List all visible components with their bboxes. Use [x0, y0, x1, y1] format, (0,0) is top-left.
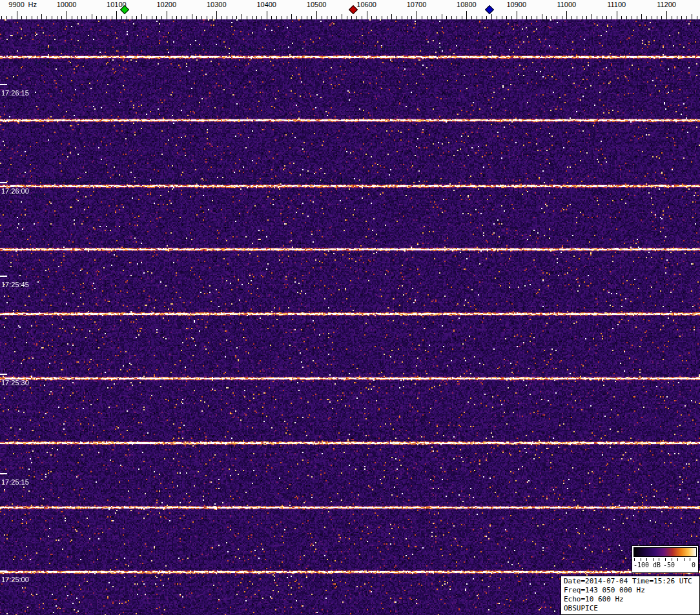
- ruler-tick-mid: [242, 14, 242, 19]
- ruler-tick-mid: [491, 14, 492, 19]
- ruler-tick-mid: [641, 14, 642, 19]
- ruler-tick-major: [666, 11, 667, 19]
- ruler-freq-label: 10800: [457, 1, 477, 8]
- ruler-freq-label: 10300: [207, 1, 227, 8]
- ruler-tick-major: [116, 11, 117, 19]
- ruler-tick-mid: [141, 14, 142, 19]
- ruler-tick-major: [216, 11, 217, 19]
- colorbar-gradient: [633, 547, 697, 557]
- colorbar-mid-label: -50: [663, 561, 675, 569]
- colorbar-ticks: [634, 558, 696, 561]
- ruler-tick-mid: [291, 14, 292, 19]
- ruler-tick-mid: [92, 14, 92, 19]
- ruler-tick-major: [466, 11, 467, 19]
- ruler-tick-major: [17, 11, 17, 19]
- ruler-tick-mid: [692, 14, 692, 19]
- ruler-tick-mid: [192, 14, 192, 19]
- ruler-tick-major: [617, 11, 617, 19]
- waterfall-canvas[interactable]: [0, 19, 700, 615]
- info-station-line: OBSUPICE: [564, 604, 697, 613]
- colorbar-max-label: 0: [692, 561, 695, 569]
- freq-marker-blue[interactable]: [485, 5, 494, 14]
- ruler-tick-major: [417, 11, 417, 19]
- ruler-tick-mid: [342, 14, 342, 19]
- colorbar-legend: -100 dB -50 0: [632, 545, 699, 573]
- ruler-tick-major: [267, 11, 267, 19]
- ruler-freq-label: 11200: [657, 1, 676, 8]
- ruler-freq-label: 10900: [507, 1, 527, 8]
- ruler-tick-major: [517, 11, 517, 19]
- ruler-freq-label: 10700: [407, 1, 427, 8]
- ruler-freq-label: 9900: [8, 1, 24, 8]
- ruler-freq-label: 10400: [256, 1, 276, 8]
- ruler-tick-major: [167, 11, 167, 19]
- ruler-tick-major: [367, 11, 367, 19]
- info-echo-line: Echo=10 600 Hz: [564, 595, 697, 604]
- ruler-freq-label: 10200: [157, 1, 177, 8]
- ruler-tick-major: [566, 11, 567, 19]
- ruler-tick-mid: [442, 14, 442, 19]
- info-date-line: Date=2014-07-04 Time=15:26 UTC: [564, 577, 697, 586]
- ruler-tick-mid: [542, 14, 542, 19]
- ruler-tick-mid: [592, 14, 592, 19]
- info-box: Date=2014-07-04 Time=15:26 UTC Freq=143 …: [561, 576, 700, 615]
- colorbar-labels: -100 dB -50 0: [632, 561, 698, 570]
- colorbar-min-label: -100 dB: [633, 561, 661, 569]
- ruler-freq-label: 10000: [57, 1, 77, 8]
- ruler-freq-label: 11000: [557, 1, 576, 8]
- ruler-tick-major: [67, 11, 67, 19]
- ruler-freq-label: 11100: [607, 1, 626, 8]
- ruler-tick-major: [316, 11, 317, 19]
- ruler-tick-mid: [41, 14, 42, 19]
- frequency-ruler[interactable]: 9900100001010010200103001040010500106001…: [0, 0, 700, 19]
- ruler-tick-mid: [391, 14, 392, 19]
- ruler-freq-label: 10600: [356, 1, 376, 8]
- ruler-unit-label: Hz: [28, 1, 37, 8]
- info-freq-line: Freq=143 050 000 Hz: [564, 586, 697, 595]
- ruler-freq-label: 10500: [307, 1, 327, 8]
- spectrogram-app: 9900100001010010200103001040010500106001…: [0, 0, 700, 615]
